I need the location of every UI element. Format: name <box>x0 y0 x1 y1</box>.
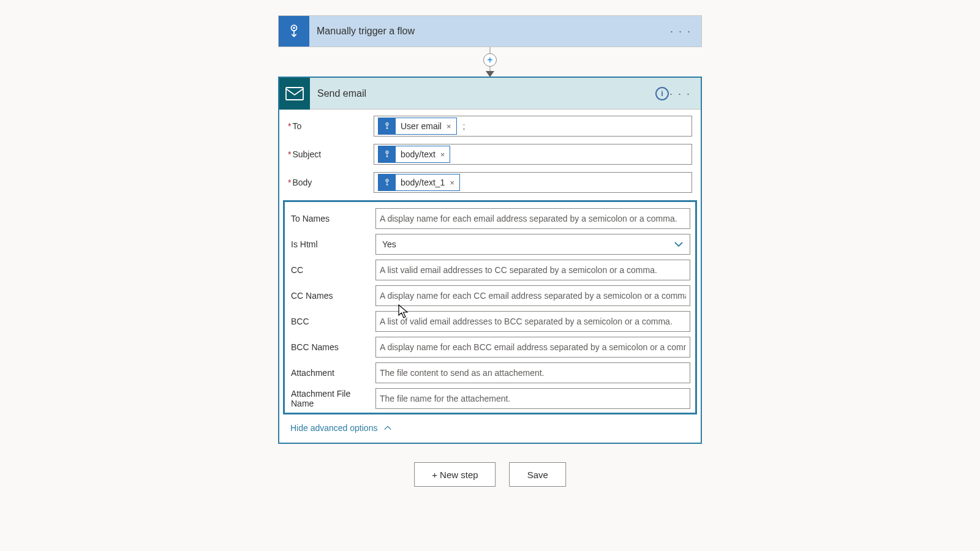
hide-advanced-link[interactable]: Hide advanced options <box>279 419 701 443</box>
action-more-icon[interactable]: · · · <box>665 84 696 102</box>
subject-label: *Subject <box>288 149 374 159</box>
svg-point-1 <box>293 27 295 29</box>
trigger-card[interactable]: Manually trigger a flow · · · <box>278 15 702 47</box>
token-user-email[interactable]: User email × <box>378 118 457 135</box>
advanced-options: To Names Is Html Yes CC CC Names <box>283 200 697 414</box>
arrow-down-icon <box>486 71 494 77</box>
svg-point-4 <box>386 124 388 125</box>
bcc-names-input[interactable] <box>375 337 690 358</box>
attachment-input[interactable] <box>375 362 690 383</box>
body-label: *Body <box>288 178 374 187</box>
chevron-up-icon <box>383 424 392 432</box>
attachment-filename-input[interactable] <box>375 388 690 409</box>
add-step-icon[interactable]: + <box>483 53 497 67</box>
connector: + <box>278 47 702 77</box>
token-remove-icon[interactable]: × <box>445 122 456 131</box>
mail-icon <box>279 78 310 110</box>
cc-names-label: CC Names <box>290 291 375 301</box>
cc-label: CC <box>290 265 375 275</box>
token-icon <box>379 146 396 163</box>
to-names-label: To Names <box>290 214 375 223</box>
bcc-input[interactable] <box>375 311 690 332</box>
body-input[interactable]: body/text_1 × <box>374 172 692 193</box>
svg-point-8 <box>386 180 388 181</box>
svg-point-6 <box>386 152 388 153</box>
to-names-input[interactable] <box>375 208 690 229</box>
trigger-icon <box>279 16 309 47</box>
bcc-names-label: BCC Names <box>290 342 375 352</box>
trigger-more-icon[interactable]: · · · <box>665 23 696 40</box>
token-body-text-1[interactable]: body/text_1 × <box>378 174 460 191</box>
send-email-card: Send email i · · · *To User email × ; <box>278 77 702 444</box>
cc-input[interactable] <box>375 260 690 280</box>
action-title: Send email <box>310 88 701 99</box>
to-label: *To <box>288 121 374 131</box>
is-html-label: Is Html <box>290 239 375 249</box>
svg-rect-2 <box>286 88 303 100</box>
is-html-select[interactable]: Yes <box>375 234 690 255</box>
attachment-label: Attachment <box>290 368 375 378</box>
token-icon <box>379 174 396 191</box>
new-step-button[interactable]: + New step <box>414 462 496 487</box>
trigger-title: Manually trigger a flow <box>309 26 701 37</box>
token-body-text[interactable]: body/text × <box>378 146 450 163</box>
attachment-filename-label: Attachment File Name <box>290 389 375 408</box>
chevron-down-icon <box>674 239 684 249</box>
bcc-label: BCC <box>290 317 375 326</box>
footer-actions: + New step Save <box>414 462 566 487</box>
save-button[interactable]: Save <box>510 462 566 487</box>
cc-names-input[interactable] <box>375 285 690 306</box>
token-remove-icon[interactable]: × <box>448 178 459 187</box>
token-icon <box>379 118 396 135</box>
to-input[interactable]: User email × ; <box>374 116 692 137</box>
token-remove-icon[interactable]: × <box>439 150 450 159</box>
subject-input[interactable]: body/text × <box>374 144 692 165</box>
